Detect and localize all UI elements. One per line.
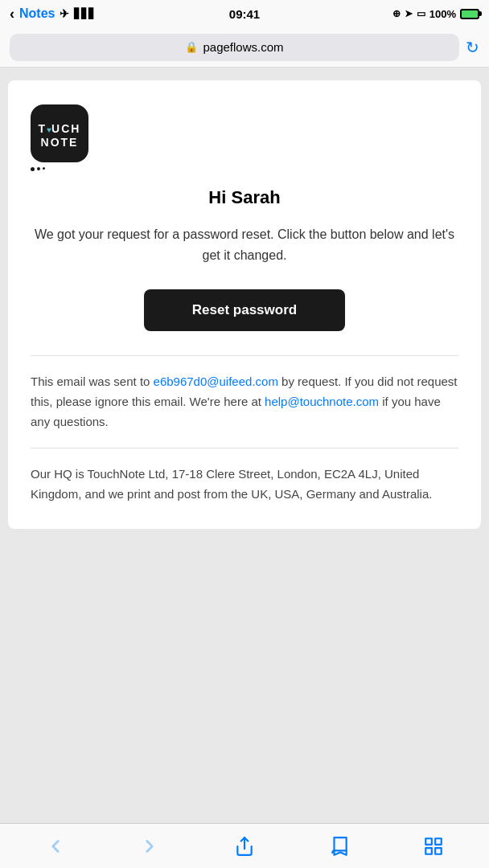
- share-button[interactable]: [224, 829, 265, 864]
- help-link[interactable]: help@touchnote.com: [265, 395, 379, 408]
- email-card: T♥UCH NOTE Hi Sarah We got your request …: [8, 80, 481, 529]
- logo-dot-1: [31, 167, 35, 171]
- reset-password-button[interactable]: Reset password: [144, 289, 345, 331]
- direction-icon: ➤: [405, 8, 413, 19]
- footer-line1: This email was sent to: [31, 375, 154, 388]
- body-text: We got your request for a password reset…: [31, 224, 458, 265]
- status-time: 09:41: [229, 7, 260, 21]
- battery-percent: 100%: [429, 8, 456, 20]
- divider-1: [31, 355, 458, 356]
- airplane-icon: ✈: [60, 7, 69, 20]
- email-link[interactable]: e6b967d0@uifeed.com: [154, 375, 278, 388]
- footer-text: This email was sent to e6b967d0@uifeed.c…: [31, 372, 458, 432]
- svg-rect-2: [435, 838, 442, 845]
- hq-text: Our HQ is TouchNote Ltd, 17-18 Clere Str…: [31, 465, 458, 505]
- status-right: ⊕ ➤ ▭ 100%: [392, 8, 479, 20]
- svg-rect-1: [425, 838, 432, 845]
- logo-dot-2: [37, 167, 40, 170]
- signal-icon: ▋▋▋: [74, 8, 96, 19]
- status-left: ‹ Notes ✈ ▋▋▋: [10, 6, 96, 23]
- battery-icon: [460, 9, 479, 19]
- lock-icon: 🔒: [185, 41, 198, 53]
- logo-dot-3: [43, 167, 45, 170]
- svg-rect-4: [425, 848, 432, 854]
- location-icon: ⊕: [392, 8, 401, 19]
- reload-button[interactable]: ↻: [466, 38, 479, 57]
- logo-dots: [31, 167, 45, 171]
- status-bar: ‹ Notes ✈ ▋▋▋ 09:41 ⊕ ➤ ▭ 100%: [0, 0, 489, 27]
- logo-container: T♥UCH NOTE: [31, 104, 458, 171]
- back-arrow-icon[interactable]: ‹: [10, 6, 14, 23]
- url-text: pageflows.com: [203, 40, 283, 54]
- screen-icon: ▭: [417, 8, 425, 19]
- touchnote-logo: T♥UCH NOTE: [31, 104, 88, 162]
- forward-button[interactable]: [129, 829, 170, 864]
- divider-2: [31, 448, 458, 448]
- back-button[interactable]: [35, 829, 76, 864]
- greeting-heading: Hi Sarah: [31, 187, 458, 208]
- bottom-nav: [0, 823, 489, 868]
- svg-rect-3: [435, 848, 442, 854]
- tabs-button[interactable]: [413, 829, 454, 864]
- address-bar: 🔒 pageflows.com ↻: [0, 27, 489, 68]
- url-box[interactable]: 🔒 pageflows.com: [10, 34, 459, 61]
- notes-back-label[interactable]: Notes: [19, 6, 55, 21]
- bookmarks-button[interactable]: [319, 829, 360, 864]
- content-area: T♥UCH NOTE Hi Sarah We got your request …: [0, 68, 489, 823]
